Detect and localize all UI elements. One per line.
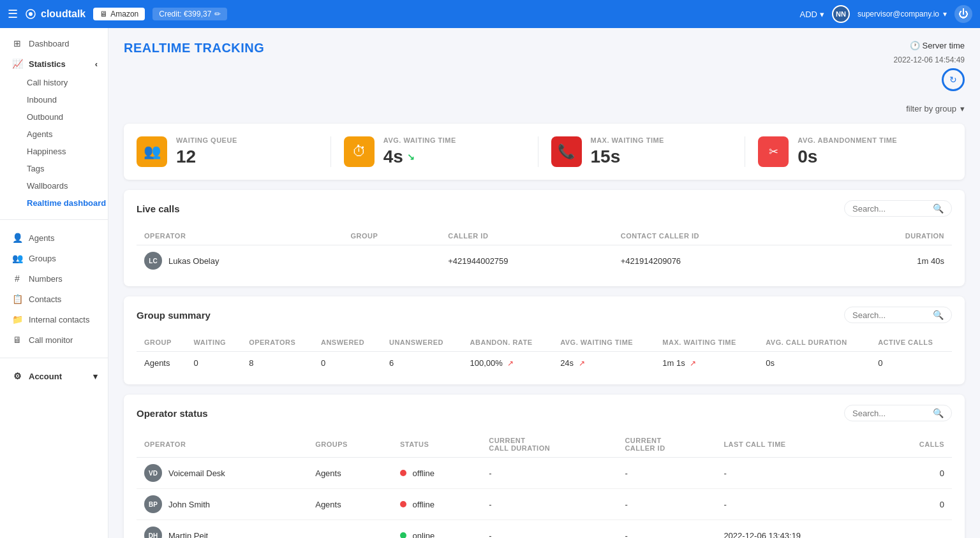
numbers-icon: #: [12, 273, 22, 284]
operator-status-header-row: OPERATOR GROUPS STATUS CURRENTCALL DURAT…: [137, 432, 952, 458]
col-status: STATUS: [392, 432, 481, 458]
chevron-down-icon: ▾: [93, 372, 98, 381]
group-summary-section: Group summary 🔍 GROUP WAITING OPERATORS …: [124, 296, 965, 384]
caller-id-cell: +421944002759: [440, 245, 613, 277]
group-cell: [343, 245, 440, 277]
waiting-cell: 0: [186, 352, 242, 375]
contact-caller-id-cell: +421914209076: [613, 245, 828, 277]
edit-icon[interactable]: ✏: [214, 10, 221, 18]
page-title: REALTIME TRACKING: [124, 41, 264, 55]
sidebar-item-agents[interactable]: Agents: [0, 126, 108, 143]
search-input[interactable]: [852, 310, 929, 320]
add-button[interactable]: ADD ▾: [800, 10, 824, 19]
page-header: REALTIME TRACKING 🕐 Server time 2022-12-…: [124, 41, 965, 91]
calls-cell: 0: [880, 458, 952, 489]
current-caller-id-cell: -: [617, 520, 716, 539]
table-row: VD Voicemail Desk Agents offline - - - 0: [137, 458, 952, 489]
col-groups: GROUPS: [308, 432, 392, 458]
filter-row[interactable]: filter by group ▾: [124, 104, 965, 113]
chevron-icon: ‹: [95, 59, 98, 69]
sidebar-item-statistics[interactable]: 📈 Statistics ‹: [0, 54, 108, 74]
sidebar-item-realtime[interactable]: Realtime dashboard: [0, 194, 108, 212]
current-call-duration-cell: -: [481, 489, 617, 520]
operator-cell: VD Voicemail Desk: [137, 458, 308, 489]
calls-cell: [880, 520, 952, 539]
avg-waiting-icon: ⏱: [344, 136, 375, 167]
col-calls: CALLS: [880, 432, 952, 458]
live-calls-section: Live calls 🔍 OPERATOR GROUP CALLER ID CO…: [124, 190, 965, 286]
clock-icon: 🕐: [910, 41, 920, 50]
power-button[interactable]: ⏻: [954, 5, 972, 23]
col-last-call-time: LAST CALL TIME: [716, 432, 880, 458]
operator-status-table: OPERATOR GROUPS STATUS CURRENTCALL DURAT…: [137, 432, 952, 538]
status-dot: [400, 470, 406, 476]
col-avg-call-duration: AVG. CALL DURATION: [758, 333, 870, 352]
sidebar-item-internal-contacts[interactable]: 📁 Internal contacts: [0, 309, 108, 330]
live-calls-search[interactable]: 🔍: [844, 200, 952, 217]
sidebar-item-call-monitor[interactable]: 🖥 Call monitor: [0, 330, 108, 350]
status-dot: [400, 532, 406, 539]
operator-name: John Smith: [168, 500, 210, 509]
sidebar-item-account[interactable]: ⚙ Account ▾: [0, 366, 108, 386]
col-unanswered: UNANSWERED: [382, 333, 463, 352]
col-group: GROUP: [343, 227, 440, 245]
waiting-queue-icon: 👥: [137, 136, 167, 167]
sidebar-item-numbers[interactable]: # Numbers: [0, 268, 108, 289]
search-input[interactable]: [852, 409, 929, 418]
live-calls-title: Live calls: [137, 203, 180, 214]
groups-cell: Agents: [308, 458, 392, 489]
stat-avg-abandonment: ✂ AVG. ABANDONMENT TIME 0s: [745, 136, 952, 167]
operator-cell: BP John Smith: [137, 489, 308, 520]
col-current-call-duration: CURRENTCALL DURATION: [481, 432, 617, 458]
avg-call-duration-cell: 0s: [758, 352, 870, 375]
user-menu[interactable]: supervisor@company.io ▾: [858, 10, 947, 18]
svg-point-1: [29, 12, 33, 16]
col-duration: DURATION: [828, 227, 952, 245]
table-row: BP John Smith Agents offline - - - 0: [137, 489, 952, 520]
calls-cell: 0: [880, 489, 952, 520]
table-row: LC Lukas Obelay +421944002759 +421914209…: [137, 245, 952, 277]
operator-name: Martin Peit: [168, 531, 208, 539]
operator-cell: DH Martin Peit: [137, 520, 308, 539]
col-avg-waiting: AVG. WAITING TIME: [553, 333, 655, 352]
group-summary-header: Group summary 🔍: [137, 307, 952, 323]
sidebar-item-outbound[interactable]: Outbound: [0, 108, 108, 126]
sidebar-item-call-history[interactable]: Call history: [0, 74, 108, 91]
operator-status-search[interactable]: 🔍: [844, 405, 952, 421]
chevron-down-icon: ▾: [820, 10, 824, 19]
group-summary-search[interactable]: 🔍: [844, 307, 952, 323]
current-call-duration-cell: -: [481, 520, 617, 539]
internal-contacts-icon: 📁: [12, 314, 22, 324]
live-calls-header: Live calls 🔍: [137, 200, 952, 217]
sidebar-item-dashboard[interactable]: ⊞ Dashboard: [0, 33, 108, 54]
col-waiting: WAITING: [186, 333, 242, 352]
abandon-rate-cell: 100,00% ↗: [463, 352, 553, 375]
sidebar-item-agents-nav[interactable]: 👤 Agents: [0, 228, 108, 248]
col-active-calls: ACTIVE CALLS: [870, 333, 952, 352]
sidebar-item-tags[interactable]: Tags: [0, 160, 108, 177]
active-calls-cell: 0: [870, 352, 952, 375]
sidebar-item-inbound[interactable]: Inbound: [0, 91, 108, 108]
statistics-icon: 📈: [12, 59, 22, 69]
refresh-button[interactable]: ↻: [942, 68, 965, 91]
sidebar-item-contacts[interactable]: 📋 Contacts: [0, 289, 108, 309]
avatar: NN: [832, 5, 850, 23]
search-icon: 🔍: [933, 408, 944, 418]
sidebar-item-wallboards[interactable]: Wallboards: [0, 177, 108, 194]
amazon-workspace[interactable]: 🖥 Amazon: [93, 8, 145, 20]
hamburger-icon[interactable]: ☰: [8, 7, 18, 21]
status-label: offline: [413, 469, 434, 478]
stats-cards: 👥 WAITING QUEUE 12 ⏱ AVG. WAITING TIME 4…: [124, 124, 965, 180]
status-label: offline: [413, 500, 434, 509]
call-monitor-icon: 🖥: [12, 335, 22, 345]
stat-avg-waiting: ⏱ AVG. WAITING TIME 4s ↘: [331, 136, 538, 167]
trend-arrow: ↘: [407, 152, 415, 162]
operator-name: Lukas Obelay: [168, 256, 219, 266]
logo: cloudtalk: [26, 8, 85, 20]
search-input[interactable]: [852, 204, 929, 214]
monitor-icon: 🖥: [100, 10, 107, 18]
stat-max-waiting: 📞 MAX. WAITING TIME 15s: [538, 136, 746, 167]
sidebar-item-groups[interactable]: 👥 Groups: [0, 248, 108, 268]
main-content: REALTIME TRACKING 🕐 Server time 2022-12-…: [108, 28, 980, 538]
sidebar-item-happiness[interactable]: Happiness: [0, 143, 108, 160]
